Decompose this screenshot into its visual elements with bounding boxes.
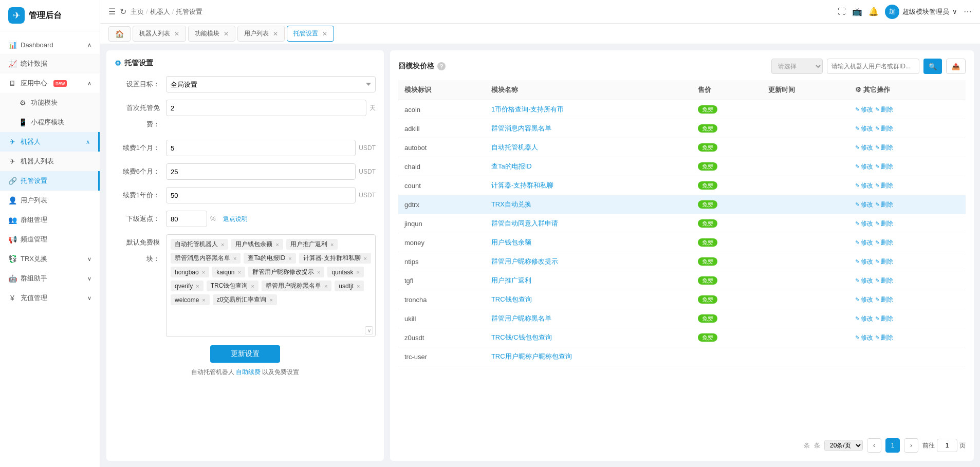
sidebar-item-app-center[interactable]: 🖥 应用中心 new ∧ [0,73,100,93]
delete-link-ntips[interactable]: ✎删除 [875,258,893,265]
module-link-ukill[interactable]: 群管用户昵称黑名单 [491,314,551,322]
page-1[interactable]: 1 [885,438,900,453]
edit-link-ukill[interactable]: ✎修改 [855,315,873,322]
edit-link-count[interactable]: ✎修改 [855,182,873,189]
delete-link-jinqun[interactable]: ✎删除 [875,220,893,227]
renew6-input[interactable] [166,163,356,180]
tag-ntips-close[interactable]: × [317,269,320,275]
module-link-money[interactable]: 用户钱包余额 [491,238,531,246]
sidebar-item-stats[interactable]: 📈 统计数据 [0,54,100,73]
module-link-chaid[interactable]: 查Ta的电报ID [491,162,532,170]
delete-link-gdtrx[interactable]: ✎删除 [875,201,893,208]
delete-link-count[interactable]: ✎删除 [875,182,893,189]
tab-home[interactable]: 🏠 [108,26,131,42]
edit-link-autobot[interactable]: ✎修改 [855,144,873,151]
sidebar-item-channel-manage[interactable]: 📢 频道管理 [0,230,100,249]
tag-chaid-close[interactable]: × [288,255,291,261]
module-link-acoin[interactable]: 1币价格查询-支持所有币 [491,105,564,113]
breadcrumb-robot[interactable]: 机器人 [150,7,170,16]
delete-link-troncha[interactable]: ✎删除 [875,296,893,303]
tab-hosting[interactable]: 托管设置 ✕ [287,26,334,42]
tag-count-close[interactable]: × [364,255,367,261]
tag-trc-wallet-close[interactable]: × [251,283,254,289]
update-btn[interactable]: 更新设置 [210,345,280,363]
tag-tgfl-close[interactable]: × [330,241,334,248]
delete-link-chaid[interactable]: ✎删除 [875,163,893,170]
tags-scroll-down[interactable]: ∨ [365,326,373,334]
tag-usdtjt-close[interactable]: × [357,283,360,289]
sidebar-item-hosting[interactable]: 🔗 托管设置 [0,171,100,191]
renew1-input[interactable] [166,140,356,156]
notification-icon[interactable]: 🔔 [868,7,879,16]
sidebar-item-dashboard[interactable]: 📊 Dashboard ∧ [0,35,100,54]
delete-link-autobot[interactable]: ✎删除 [875,144,893,151]
sidebar-item-recharge[interactable]: ¥ 充值管理 ∨ [0,288,100,308]
tag-z0-close[interactable]: × [269,297,272,303]
renew12-input[interactable] [166,187,356,203]
sidebar-item-group-helper[interactable]: 🤖 群组助手 ∨ [0,269,100,288]
delete-link-ukill[interactable]: ✎删除 [875,315,893,322]
tab-user-list-close[interactable]: ✕ [273,30,278,38]
delete-link-tgfl[interactable]: ✎删除 [875,277,893,284]
edit-link-adkill[interactable]: ✎修改 [855,125,873,132]
page-prev[interactable]: ‹ [867,438,881,453]
filter-select[interactable]: 请选择 [771,59,823,74]
delete-link-acoin[interactable]: ✎删除 [875,106,893,113]
module-link-adkill[interactable]: 群管消息内容黑名单 [491,124,551,132]
discount-input[interactable] [166,211,207,227]
sidebar-item-func-module[interactable]: ⚙ 功能模块 [0,93,100,113]
edit-link-money[interactable]: ✎修改 [855,239,873,246]
page-size-select[interactable]: 20条/页 10条/页 50条/页 [824,440,863,451]
tag-wallet-close[interactable]: × [275,241,279,248]
more-icon[interactable]: ⋯ [964,7,972,16]
search-input[interactable] [827,59,919,74]
tag-kaiqun-close[interactable]: × [238,269,241,275]
tag-adkill-close[interactable]: × [233,255,236,261]
delete-link-money[interactable]: ✎删除 [875,239,893,246]
delete-link-adkill[interactable]: ✎删除 [875,125,893,132]
target-select[interactable]: 全局设置 [166,76,376,92]
breadcrumb-home[interactable]: 主页 [131,7,144,16]
edit-link-jinqun[interactable]: ✎修改 [855,220,873,227]
page-next[interactable]: › [904,438,918,453]
search-button[interactable]: 🔍 [923,59,942,74]
tag-quntask-close[interactable]: × [356,269,359,275]
module-link-tgfl[interactable]: 用户推广返利 [491,276,531,284]
screen-share-icon[interactable]: 📺 [852,7,862,16]
sidebar-item-group-manage[interactable]: 👥 群组管理 [0,210,100,230]
edit-link-chaid[interactable]: ✎修改 [855,163,873,170]
module-link-count[interactable]: 计算器-支持群和私聊 [491,181,553,189]
module-link-jinqun[interactable]: 群管自动同意入群申请 [491,219,558,227]
help-icon[interactable]: ? [437,62,446,70]
tag-qverify-close[interactable]: × [196,283,199,289]
module-link-trc-user[interactable]: TRC用户昵称户昵称包查询 [491,352,572,360]
refresh-icon[interactable]: ↻ [120,7,126,16]
tab-user-list[interactable]: 用户列表 ✕ [237,26,285,42]
edit-link-ntips[interactable]: ✎修改 [855,258,873,265]
tab-robot-list-close[interactable]: ✕ [174,30,179,38]
tab-robot-list[interactable]: 机器人列表 ✕ [133,26,186,42]
edit-link-acoin[interactable]: ✎修改 [855,106,873,113]
module-link-ntips[interactable]: 群管用户昵称修改提示 [491,257,558,265]
module-link-autobot[interactable]: 自动托管机器人 [491,143,538,151]
module-link-z0usdt[interactable]: TRC钱/C钱包包查询 [491,333,552,341]
breadcrumb-hosting[interactable]: 托管设置 [176,7,202,16]
menu-toggle-icon[interactable]: ☰ [108,7,116,16]
sidebar-item-trx-exchange[interactable]: 💱 TRX兑换 ∨ [0,249,100,269]
tab-hosting-close[interactable]: ✕ [322,30,327,38]
fullscreen-icon[interactable]: ⛶ [838,7,846,16]
discount-link[interactable]: 返点说明 [223,215,248,223]
tab-func-module-close[interactable]: ✕ [224,30,229,38]
tag-hongbao-close[interactable]: × [202,269,205,275]
edit-link-gdtrx[interactable]: ✎修改 [855,201,873,208]
sidebar-item-user-list[interactable]: 👤 用户列表 [0,191,100,210]
delete-link-z0usdt[interactable]: ✎删除 [875,334,893,341]
tag-autobot-close[interactable]: × [221,241,224,248]
sidebar-item-robot[interactable]: ✈ 机器人 ∧ [0,132,100,152]
module-link-troncha[interactable]: TRC钱包查询 [491,295,532,303]
edit-link-z0usdt[interactable]: ✎修改 [855,334,873,341]
first-free-input[interactable] [166,100,366,116]
bottom-note-link[interactable]: 自助续费 [236,368,261,376]
page-goto-input[interactable] [937,439,957,452]
sidebar-item-robot-list[interactable]: ✈ 机器人列表 [0,152,100,171]
